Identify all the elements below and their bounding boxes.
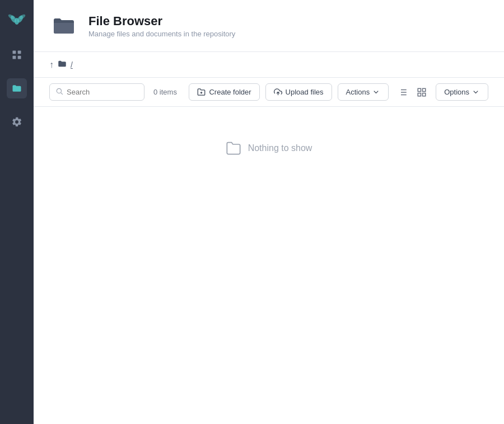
svg-rect-20 [418,88,421,91]
empty-state: Nothing to show [226,140,312,156]
items-count: 0 items [153,88,177,96]
search-input[interactable] [67,88,138,96]
actions-label: Actions [346,88,370,96]
sidebar-item-dashboard[interactable] [7,45,27,65]
create-folder-button[interactable]: Create folder [189,83,259,101]
folder-large-icon [50,12,77,39]
grid-view-icon [417,87,427,97]
search-icon [55,87,63,97]
svg-rect-23 [423,93,426,96]
breadcrumb-root-link[interactable]: / [71,60,73,69]
svg-rect-6 [18,51,21,54]
breadcrumb-folder-icon [57,59,67,70]
empty-folder-icon [226,140,241,156]
folder-icon [11,83,22,94]
view-toggle [394,84,430,101]
main-content: File Browser Manage files and documents … [34,0,504,424]
breadcrumb-bar: ↑ / [34,52,504,78]
search-box [49,83,144,101]
svg-line-10 [61,93,63,95]
create-folder-icon [197,88,206,96]
svg-rect-8 [18,56,21,59]
app-logo[interactable] [8,9,26,27]
actions-button[interactable]: Actions [338,83,389,101]
breadcrumb-up-button[interactable]: ↑ [49,60,54,70]
page-subtitle: Manage files and documents in the reposi… [88,30,235,38]
content-toolbar: 0 items Create folder Upload files Actio… [34,78,504,107]
list-view-icon [398,87,408,97]
sidebar-item-settings[interactable] [7,112,27,132]
upload-files-button[interactable]: Upload files [265,83,332,101]
svg-point-9 [57,88,61,93]
header-text: File Browser Manage files and documents … [88,14,235,38]
options-chevron-icon [472,88,480,96]
grid-icon [11,49,22,60]
file-list-area: Nothing to show [34,107,504,424]
page-header: File Browser Manage files and documents … [34,0,504,52]
sidebar-item-files[interactable] [7,78,27,98]
header-folder-icon [49,11,78,40]
svg-rect-7 [13,56,16,59]
svg-rect-22 [418,93,421,96]
svg-rect-21 [423,88,426,91]
breadcrumb: ↑ / [49,59,73,70]
list-view-button[interactable] [394,84,411,101]
svg-rect-5 [13,51,16,54]
empty-state-text: Nothing to show [248,143,312,153]
gear-icon [11,116,22,128]
page-title: File Browser [88,14,235,29]
sidebar [0,0,34,424]
options-label: Options [444,88,469,96]
upload-icon [274,88,282,96]
grid-view-button[interactable] [413,84,430,101]
upload-files-label: Upload files [286,88,324,96]
options-button[interactable]: Options [436,83,488,101]
chevron-down-icon [372,88,380,96]
create-folder-label: Create folder [209,88,251,96]
